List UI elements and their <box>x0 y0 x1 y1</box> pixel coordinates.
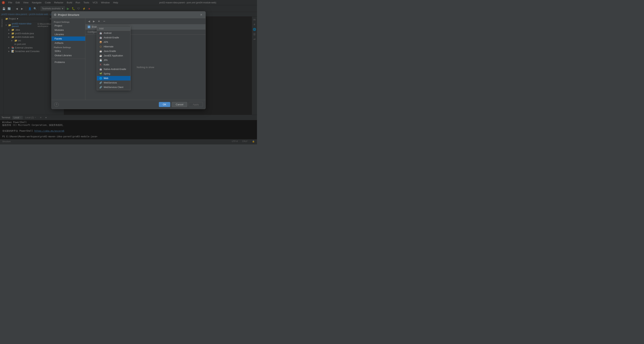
dropdown-apk-label: APK <box>104 41 108 44</box>
dialog-footer: ? OK Cancel Apply <box>52 100 206 109</box>
dropdown-native-android-label: Native-Android-Gradle <box>104 68 126 70</box>
dropdown-spring-label: Spring <box>104 72 110 75</box>
jpa-icon: 💾 <box>99 59 102 62</box>
dropdown-webservices[interactable]: 🔗 WebServices <box>97 80 130 85</box>
dropdown-native-android[interactable]: 🤖 Native-Android-Gradle <box>97 67 130 72</box>
dropdown-jpa[interactable]: 💾 JPA <box>97 58 130 62</box>
dialog-apply-button[interactable]: Apply <box>189 102 203 107</box>
kotlin-icon: K <box>99 63 102 66</box>
dropdown-kotlin[interactable]: K Kotlin <box>97 62 130 67</box>
nav-item-project[interactable]: Project <box>52 24 85 28</box>
nothing-to-show-text: Nothing to show <box>136 66 154 69</box>
add-facet-dropdown: Add 🤖 Android 🤖 Android-Gradle 📦 APK <box>97 26 130 90</box>
dialog-title-bar: ⚙ Project Structure ✕ <box>52 12 206 18</box>
dropdown-hibernate[interactable]: ⬡ Hibernate <box>97 44 130 49</box>
nav-item-global-libraries[interactable]: Global Libraries <box>52 53 85 58</box>
dropdown-web[interactable]: 🌐 Web <box>97 76 130 80</box>
dropdown-android[interactable]: 🤖 Android <box>97 31 130 35</box>
add-facet-button[interactable]: + <box>97 19 101 24</box>
dialog-icon: ⚙ <box>54 13 56 16</box>
remove-facet-button[interactable]: − <box>102 19 106 24</box>
dropdown-spring[interactable]: 🌱 Spring <box>97 72 130 76</box>
nav-item-facets[interactable]: Facets <box>52 36 85 41</box>
webservices-client-icon: 🔗 <box>99 86 102 89</box>
nav-section-platform-settings: Platform Settings <box>52 45 85 49</box>
dropdown-java-gradle-label: Java-Gradle <box>104 50 116 52</box>
dialog-forward-btn[interactable]: ▶ <box>92 19 96 23</box>
dropdown-header: Add <box>97 26 130 31</box>
dropdown-kotlin-label: Kotlin <box>104 64 109 66</box>
dropdown-hibernate-label: Hibernate <box>104 45 114 48</box>
spring-icon: 🌱 <box>99 72 102 75</box>
dropdown-jpa-label: JPA <box>104 59 108 62</box>
project-structure-dialog: ⚙ Project Structure ✕ Project Settings P… <box>51 11 206 109</box>
dropdown-apk[interactable]: 📦 APK <box>97 40 130 44</box>
dialog-content: ◀ ▶ + − ✓ Enable framework detection Con… <box>86 18 206 100</box>
dropdown-webservices-client-label: WebServices Client <box>104 86 123 88</box>
dialog-help-button[interactable]: ? <box>54 102 59 107</box>
nav-section-project-settings: Project Settings <box>52 20 85 24</box>
dialog-ok-button[interactable]: OK <box>159 102 170 107</box>
dropdown-android-label: Android <box>104 32 112 34</box>
dropdown-javaee-label: JavaEE Application <box>104 54 123 57</box>
nav-item-sdks[interactable]: SDKs <box>52 49 85 53</box>
framework-detection-checkbox[interactable]: ✓ <box>88 26 90 28</box>
android-gradle-icon: 🤖 <box>99 36 102 39</box>
hibernate-icon: ⬡ <box>99 45 102 48</box>
nav-item-libraries[interactable]: Libraries <box>52 32 85 36</box>
android-icon: 🤖 <box>99 32 102 34</box>
dropdown-javaee[interactable]: ☕ JavaEE Application <box>97 54 130 58</box>
nav-item-problems[interactable]: Problems <box>52 60 85 64</box>
web-icon: 🌐 <box>99 77 102 80</box>
dialog-back-btn[interactable]: ◀ <box>87 19 91 23</box>
nav-item-artifacts[interactable]: Artifacts <box>52 41 85 45</box>
dropdown-android-gradle-label: Android-Gradle <box>104 36 119 39</box>
dialog-body: Project Settings Project Modules Librari… <box>52 18 206 100</box>
nav-item-modules[interactable]: Modules <box>52 28 85 32</box>
dropdown-android-gradle[interactable]: 🤖 Android-Gradle <box>97 35 130 40</box>
dialog-content-topbar: ◀ ▶ + − <box>86 18 206 24</box>
dropdown-web-label: Web <box>104 77 108 80</box>
dialog-nav: Project Settings Project Modules Librari… <box>52 18 86 100</box>
dialog-close-button[interactable]: ✕ <box>199 13 203 16</box>
apk-icon: 📦 <box>99 41 102 44</box>
webservices-icon: 🔗 <box>99 81 102 84</box>
dialog-title: Project Structure <box>58 13 80 16</box>
dropdown-webservices-client[interactable]: 🔗 WebServices Client <box>97 85 130 90</box>
dropdown-java-gradle[interactable]: ☕ Java-Gradle <box>97 49 130 54</box>
dropdown-webservices-label: WebServices <box>104 82 117 84</box>
java-gradle-icon: ☕ <box>99 50 102 53</box>
dialog-cancel-button[interactable]: Cancel <box>172 102 187 107</box>
javaee-icon: ☕ <box>99 54 102 57</box>
dialog-overlay: ⚙ Project Structure ✕ Project Settings P… <box>0 0 257 144</box>
native-android-icon: 🤖 <box>99 68 102 71</box>
